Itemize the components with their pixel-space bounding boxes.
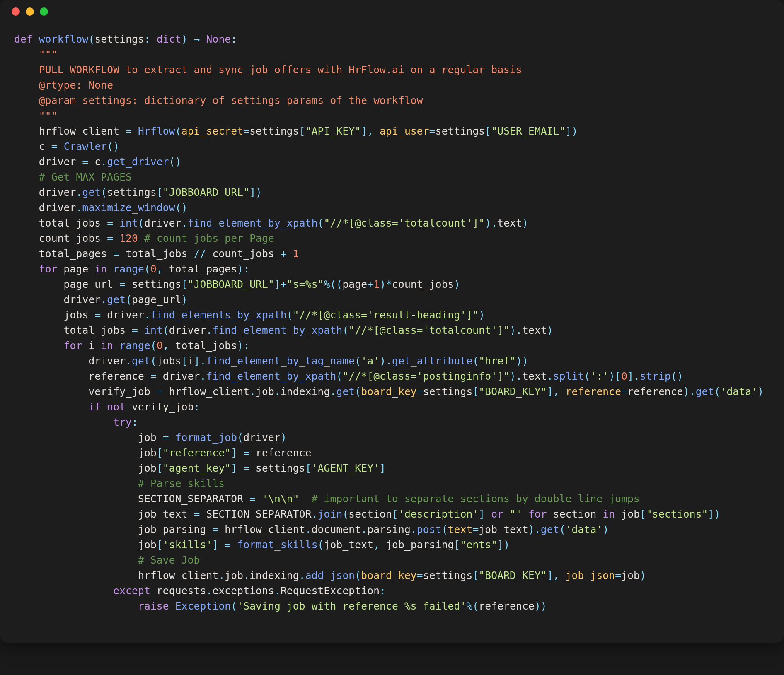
- code-line: driver.get(page_url): [64, 294, 188, 306]
- docstring-line: @param settings: dictionary of settings …: [39, 94, 423, 106]
- code-line: hrflow_client = Hrflow(api_secret=settin…: [39, 125, 578, 137]
- zoom-icon[interactable]: [40, 7, 48, 16]
- code-line: jobs = driver.find_elements_by_xpath("//…: [64, 309, 485, 321]
- code-line: job['skills'] = format_skills(job_text, …: [138, 539, 510, 551]
- return-type: None: [206, 33, 231, 45]
- docstring-line: PULL WORKFLOW to extract and sync job of…: [39, 64, 522, 76]
- code-line: count_jobs = 120 # count jobs per Page: [39, 232, 274, 244]
- comment: # Parse skills: [138, 477, 225, 489]
- code-line: driver.get(settings["JOBBOARD_URL"]): [39, 186, 262, 198]
- code-line: page_url = settings["JOBBOARD_URL"]+"s=%…: [64, 278, 460, 290]
- code-line: verify_job = hrflow_client.job.indexing.…: [88, 386, 764, 398]
- close-icon[interactable]: [12, 7, 20, 16]
- code-line: driver = c.get_driver(): [39, 156, 181, 168]
- code-block: def workflow(settings: dict) → None: """…: [0, 23, 784, 643]
- code-line: job["reference"] = reference: [138, 447, 312, 459]
- param-type: dict: [157, 33, 181, 45]
- code-line: job_parsing = hrflow_client.document.par…: [138, 523, 609, 535]
- code-line: c = Crawler(): [39, 140, 119, 152]
- code-line: total_pages = total_jobs // count_jobs +…: [39, 248, 299, 260]
- docstring-line: @rtype: None: [39, 79, 113, 91]
- docstring-close: """: [39, 110, 58, 122]
- code-line: for i in range(0, total_jobs):: [64, 340, 250, 352]
- code-line: job_text = SECTION_SEPARATOR.join(sectio…: [138, 508, 720, 520]
- fn-name: workflow: [39, 33, 89, 45]
- code-line: total_jobs = int(driver.find_element_by_…: [39, 217, 528, 229]
- code-line: total_jobs = int(driver.find_element_by_…: [64, 324, 553, 336]
- param-name: settings: [94, 33, 144, 45]
- arrow: →: [194, 33, 200, 45]
- code-window: def workflow(settings: dict) → None: """…: [0, 0, 784, 643]
- code-line: if not verify_job:: [88, 401, 200, 413]
- comment: # Get MAX PAGES: [39, 171, 132, 183]
- code-line: raise Exception('Saving job with referen…: [138, 600, 547, 612]
- docstring-open: """: [39, 48, 58, 60]
- code-line: driver.maximize_window(): [39, 202, 188, 214]
- code-line: for page in range(0, total_pages):: [39, 263, 249, 275]
- comment: # Save Job: [138, 554, 200, 566]
- code-line: job["agent_key"] = settings['AGENT_KEY']: [138, 462, 386, 474]
- minimize-icon[interactable]: [26, 7, 34, 16]
- code-line: reference = driver.find_element_by_xpath…: [88, 370, 683, 382]
- code-line: except requests.exceptions.RequestExcept…: [113, 585, 386, 597]
- code-line: job = format_job(driver): [138, 432, 287, 444]
- code-line: driver.get(jobs[i].find_element_by_tag_n…: [88, 355, 528, 367]
- code-line: try:: [113, 416, 138, 428]
- code-line: hrflow_client.job.indexing.add_json(boar…: [138, 569, 646, 581]
- titlebar: [0, 0, 784, 23]
- code-line: SECTION_SEPARATOR = "\n\n" # important t…: [138, 493, 640, 505]
- kw-def: def: [14, 33, 33, 45]
